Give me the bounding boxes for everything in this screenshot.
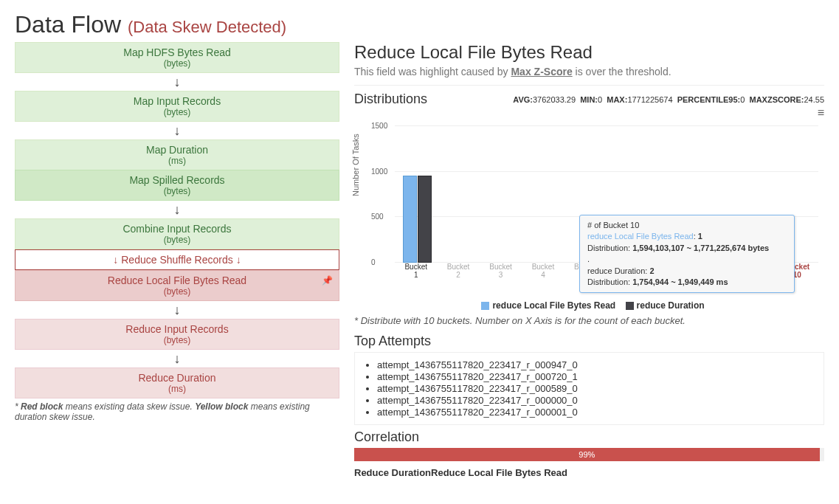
chart-menu-icon[interactable]: ≡ bbox=[818, 106, 824, 119]
pin-icon[interactable]: 📌 bbox=[322, 275, 333, 286]
correlation-bar: 99% bbox=[354, 448, 824, 461]
flow-combine-input-records[interactable]: Combine Input Records (bytes) bbox=[15, 218, 339, 249]
top-attempts-box: attempt_1436755117820_223417_r_000947_0 … bbox=[354, 352, 824, 425]
arrow-down-icon: ↓ bbox=[236, 254, 241, 266]
attempt-item[interactable]: attempt_1436755117820_223417_r_000001_0 bbox=[377, 407, 818, 418]
arrow-down-icon: ↓ bbox=[15, 122, 339, 139]
max-zscore-link[interactable]: Max Z-Score bbox=[511, 66, 572, 77]
flow-footnote: * Red block means existing data skew iss… bbox=[15, 401, 339, 422]
title-subtext: (Data Skew Detected) bbox=[128, 18, 286, 36]
flow-reduce-local-file-bytes[interactable]: 📌 Reduce Local File Bytes Read (bytes) bbox=[15, 270, 339, 301]
distributions-label: Distributions bbox=[354, 92, 427, 107]
flow-reduce-input-records[interactable]: Reduce Input Records (bytes) bbox=[15, 319, 339, 350]
chart-y-label: Number Of Tasks bbox=[351, 134, 360, 196]
flow-map-hdfs-bytes[interactable]: Map HDFS Bytes Read (bytes) bbox=[15, 42, 339, 73]
correlation-label: Correlation bbox=[354, 429, 824, 445]
attempt-item[interactable]: attempt_1436755117820_223417_r_000720_1 bbox=[377, 371, 818, 382]
correlation-names: Reduce DurationReduce Local File Bytes R… bbox=[354, 467, 824, 478]
correlation-fill: 99% bbox=[354, 448, 820, 461]
flow-reduce-shuffle-records[interactable]: ↓ Reduce Shuffle Records ↓ bbox=[15, 249, 339, 270]
arrow-down-icon: ↓ bbox=[15, 73, 339, 91]
top-attempts-label: Top Attempts bbox=[354, 334, 824, 349]
attempt-item[interactable]: attempt_1436755117820_223417_r_000000_0 bbox=[377, 395, 818, 406]
flow-map-duration[interactable]: Map Duration (ms) bbox=[15, 139, 339, 170]
flow-map-spilled-records[interactable]: Map Spilled Records (bytes) bbox=[15, 170, 339, 201]
attempt-item[interactable]: attempt_1436755117820_223417_r_000947_0 bbox=[377, 359, 818, 370]
arrow-down-icon: ↓ bbox=[15, 301, 339, 319]
arrow-down-icon: ↓ bbox=[113, 254, 118, 266]
title-text: Data Flow bbox=[15, 11, 121, 38]
tooltip-title: # of Bucket 10 bbox=[587, 220, 787, 231]
distribution-chart: Number Of Tasks 050010001500 Bucket1Buck… bbox=[354, 119, 824, 303]
page-title: Data Flow (Data Skew Detected) bbox=[15, 11, 824, 38]
chart-tooltip: # of Bucket 10 reduce Local File Bytes R… bbox=[579, 215, 795, 293]
distribution-note: * Distribute with 10 buckets. Number on … bbox=[354, 315, 824, 326]
arrow-down-icon: ↓ bbox=[15, 201, 339, 218]
flow-map-input-records[interactable]: Map Input Records (bytes) bbox=[15, 91, 339, 122]
arrow-down-icon: ↓ bbox=[15, 350, 339, 367]
detail-title: Reduce Local File Bytes Read bbox=[354, 42, 824, 63]
detail-help: This field was highlight caused by Max Z… bbox=[354, 66, 824, 77]
attempt-item[interactable]: attempt_1436755117820_223417_r_000589_0 bbox=[377, 383, 818, 394]
distribution-stats: AVG:3762033.29 MIN:0 MAX:1771225674 PERC… bbox=[513, 95, 824, 104]
flow-reduce-duration[interactable]: Reduce Duration (ms) bbox=[15, 367, 339, 398]
